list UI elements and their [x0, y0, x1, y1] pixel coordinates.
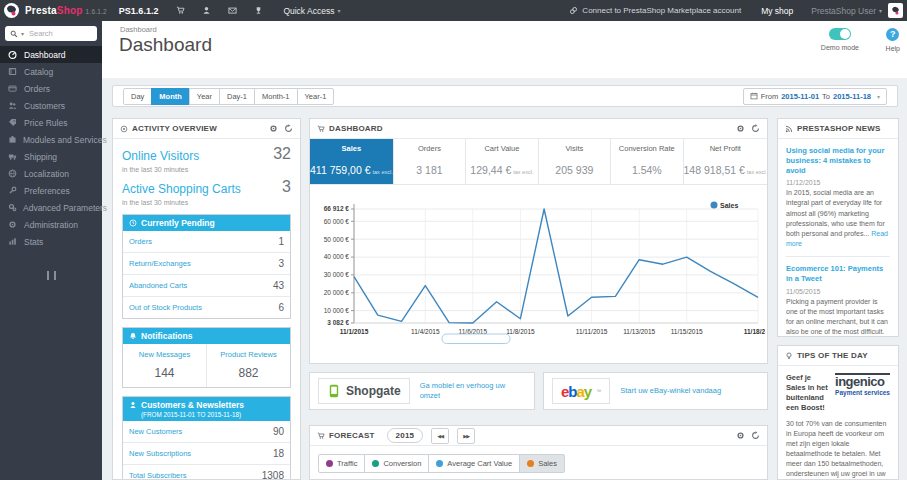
read-more-link[interactable]: Read more [786, 230, 888, 247]
shopgate-link[interactable]: Ga mobiel en verhoog uw omzet [420, 381, 526, 401]
period-button-year[interactable]: Year [189, 88, 220, 105]
shopgate-logo: Shopgate [318, 378, 410, 404]
sidebar-item-modules-and-services[interactable]: Modules and Services [0, 131, 102, 148]
activity-overview-panel: ACTIVITY OVERVIEW Online Visitors 32 in … [112, 118, 301, 480]
period-button-day-1[interactable]: Day-1 [219, 88, 255, 105]
ebay-link[interactable]: Start uw eBay-winkel vandaag [620, 386, 721, 396]
kpi-tab-sales[interactable]: Sales411 759,00 €tax excl. [310, 139, 394, 184]
stat-link[interactable]: New Customers [129, 427, 182, 436]
prestashop-logo[interactable] [4, 3, 19, 18]
date-range-picker[interactable]: From2015-11-01 To2015-11-18 ▾ [743, 88, 887, 105]
collapse-menu-button[interactable] [0, 266, 102, 284]
svg-text:10 000 €: 10 000 € [324, 307, 350, 314]
help-label: Help [886, 45, 900, 52]
user-avatar[interactable] [888, 3, 903, 18]
stat-link[interactable]: Abandoned Carts [129, 281, 187, 290]
online-visitors-link[interactable]: Online Visitors [122, 149, 199, 163]
cart-icon[interactable] [176, 6, 185, 15]
quick-access-menu[interactable]: Quick Access▾ [283, 6, 340, 16]
legend-toggle-average-cart-value[interactable]: Average Cart Value [428, 454, 520, 473]
legend-toggle-conversion[interactable]: Conversion [364, 454, 429, 473]
search-scope-caret[interactable]: ▾ [21, 30, 24, 37]
kpi-tabs: Sales411 759,00 €tax excl.Orders3 181Car… [310, 139, 767, 185]
sidebar-item-preferences[interactable]: Preferences [0, 182, 102, 199]
news-article-title[interactable]: Ecommerce 101: Payments in a Tweet [786, 264, 890, 284]
truck-icon [8, 152, 18, 161]
brand-shop: Shop [57, 5, 83, 16]
period-button-month[interactable]: Month [151, 88, 190, 105]
help-icon: ? [886, 28, 899, 41]
stat-link[interactable]: Total Subscribers [129, 471, 187, 480]
sidebar-search[interactable]: ▾ [5, 26, 97, 41]
refresh-icon[interactable] [284, 124, 293, 133]
sidebar-item-administration[interactable]: Administration [0, 216, 102, 233]
active-carts-value: 3 [282, 178, 291, 196]
period-button-day[interactable]: Day [123, 88, 152, 105]
sidebar-item-catalog[interactable]: Catalog [0, 63, 102, 80]
legend-toggle-sales[interactable]: Sales [519, 454, 565, 473]
tips-of-the-day-panel: TIPS OF THE DAY ingenico Payment service… [777, 345, 899, 480]
sidebar-item-customers[interactable]: Customers [0, 97, 102, 114]
marketplace-link[interactable]: Connect to PrestaShop Marketplace accoun… [569, 6, 741, 15]
book-icon [8, 67, 18, 76]
dashboard-panel: DASHBOARD Sales411 759,00 €tax excl.Orde… [309, 118, 768, 364]
kpi-tab-visits[interactable]: Visits205 939 [539, 139, 611, 184]
gear-icon[interactable] [736, 124, 745, 133]
period-button-year-1[interactable]: Year-1 [297, 88, 335, 105]
customers-icon[interactable] [202, 6, 211, 15]
refresh-icon[interactable] [751, 431, 760, 440]
badges-icon[interactable] [254, 6, 263, 15]
sidebar-item-dashboard[interactable]: Dashboard [0, 46, 102, 63]
news-article: Ecommerce 101: Payments in a Tweet11/05/… [786, 264, 890, 337]
help-button[interactable]: ? Help [886, 28, 900, 52]
sidebar-item-orders[interactable]: Orders [0, 80, 102, 97]
svg-text:60 000 €: 60 000 € [324, 218, 350, 225]
legend-dot [527, 460, 534, 467]
gear-icon[interactable] [736, 431, 745, 440]
svg-text:11/18/201: 11/18/201 [744, 328, 765, 335]
sidebar-menu: DashboardCatalogOrdersCustomersPrice Rul… [0, 46, 102, 250]
active-carts-link[interactable]: Active Shopping Carts [122, 182, 241, 196]
svg-text:30 000 €: 30 000 € [324, 271, 350, 278]
wrench-icon [8, 186, 18, 195]
stat-value: 90 [273, 426, 284, 437]
kpi-tab-cart-value[interactable]: Cart Value129,44 €tax excl. [466, 139, 538, 184]
kpi-tab-net-profit[interactable]: Net Profit148 918,51 €tax excl. [684, 139, 768, 184]
search-input[interactable] [27, 28, 83, 39]
topbar: PrestaShop1.6.1.2 PS1.6.1.2 Quick Access… [0, 0, 907, 21]
legend-dot [326, 460, 333, 467]
stat-link[interactable]: Out of Stock Products [129, 303, 202, 312]
messages-icon[interactable] [228, 6, 237, 15]
stat-value: 882 [209, 366, 288, 380]
panel-header: TIPS OF THE DAY [778, 346, 898, 366]
stat-row-out-of-stock-products: Out of Stock Products6 [123, 296, 290, 318]
prestashop-news-panel: PRESTASHOP NEWS Using social media for y… [777, 118, 899, 337]
news-article-title[interactable]: Using social media for your business: 4 … [786, 146, 890, 175]
notification-product-reviews: Product Reviews882 [206, 344, 290, 387]
chevron-down-icon: ▾ [879, 7, 882, 14]
sidebar-item-stats[interactable]: Stats [0, 233, 102, 250]
stat-link[interactable]: Product Reviews [209, 350, 288, 359]
refresh-icon[interactable] [751, 124, 760, 133]
kpi-tab-conversion-rate[interactable]: Conversion Rate1.54% [611, 139, 683, 184]
gear-icon[interactable] [269, 124, 278, 133]
period-button-month-1[interactable]: Month-1 [254, 88, 298, 105]
sidebar-item-advanced-parameters[interactable]: Advanced Parameters [0, 199, 102, 216]
kpi-tab-orders[interactable]: Orders3 181 [394, 139, 466, 184]
legend-toggle-traffic[interactable]: Traffic [318, 454, 365, 473]
stat-link[interactable]: New Messages [125, 350, 204, 359]
sidebar-item-localization[interactable]: Localization [0, 165, 102, 182]
demo-mode-toggle[interactable] [829, 28, 851, 40]
previous-year-button[interactable]: ◀◀ [431, 428, 449, 444]
my-shop-link[interactable]: My shop [761, 6, 793, 16]
sidebar-item-shipping[interactable]: Shipping [0, 148, 102, 165]
stat-link[interactable]: New Subscriptions [129, 449, 191, 458]
page-header: Dashboard Dashboard Demo mode ? Help [102, 21, 907, 78]
next-year-button[interactable]: ▶▶ [457, 428, 475, 444]
user-menu[interactable]: PrestaShop User▾ [811, 6, 882, 16]
sidebar-item-price-rules[interactable]: Price Rules [0, 114, 102, 131]
search-icon [10, 30, 18, 38]
stat-link[interactable]: Orders [129, 237, 152, 246]
forecast-legend: TrafficConversionAverage Cart ValueSales [318, 454, 565, 473]
stat-link[interactable]: Return/Exchanges [129, 259, 191, 268]
